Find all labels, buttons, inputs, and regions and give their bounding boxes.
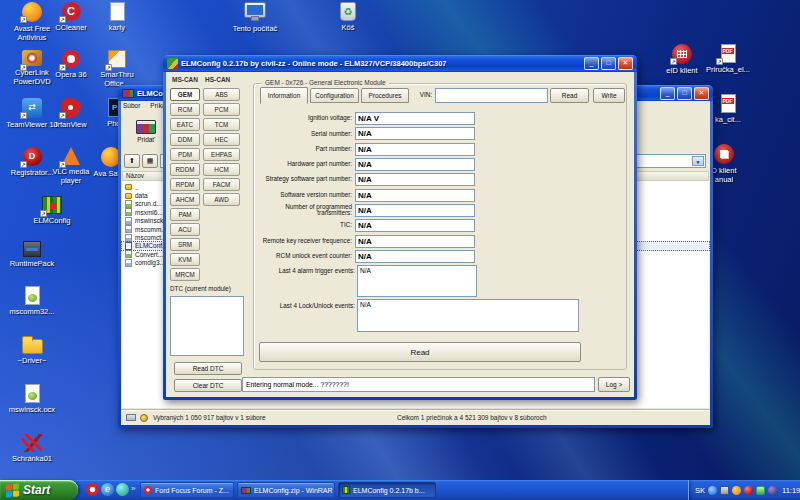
quicklaunch-opera-icon[interactable] bbox=[86, 483, 99, 496]
module-button[interactable]: RPDM bbox=[170, 178, 200, 191]
file-type-icon bbox=[125, 225, 132, 233]
desktop-icon-karty[interactable]: karty bbox=[91, 2, 143, 32]
ms-can-label: MS-CAN bbox=[172, 76, 198, 83]
write-button[interactable]: Write bbox=[593, 88, 625, 103]
module-button[interactable]: DDM bbox=[170, 133, 200, 146]
field-value[interactable]: N/A bbox=[355, 250, 475, 263]
shortcut-arrow-icon bbox=[20, 16, 27, 23]
clear-dtc-button[interactable]: Clear DTC bbox=[174, 379, 242, 392]
module-button[interactable]: PDM bbox=[170, 148, 200, 161]
module-button[interactable]: EATC bbox=[170, 118, 200, 131]
task-ford-focus-forum[interactable]: Ford Focus Forum - Z... bbox=[140, 482, 234, 498]
desktop-icon-my-computer[interactable]: Tento počítač bbox=[229, 2, 281, 33]
module-button[interactable]: TCM bbox=[203, 118, 240, 131]
lock-events-box[interactable]: N/A bbox=[357, 299, 579, 332]
module-button[interactable]: AHCM bbox=[170, 193, 200, 206]
chevron-down-icon[interactable]: ▼ bbox=[692, 156, 704, 166]
desktop-icon-eid-klient[interactable]: eID klient bbox=[656, 44, 708, 75]
teamviewer-tray-icon[interactable] bbox=[708, 486, 717, 495]
field-value[interactable]: N/A V bbox=[355, 112, 475, 125]
view-toggle-button[interactable]: ▦ bbox=[142, 154, 158, 168]
desktop: Avast Free Antivirus CCleaner karty Tent… bbox=[0, 0, 800, 500]
module-button[interactable]: MRCM bbox=[170, 268, 200, 281]
field-value[interactable]: N/A bbox=[355, 158, 475, 171]
winrar-icon bbox=[241, 487, 251, 494]
field-value[interactable]: N/A bbox=[355, 143, 475, 156]
module-button[interactable]: ACU bbox=[170, 223, 200, 236]
module-button[interactable]: SRM bbox=[170, 238, 200, 251]
shortcut-arrow-icon bbox=[105, 64, 112, 71]
module-button[interactable]: HCM bbox=[203, 163, 240, 176]
desktop-icon-elmconfig[interactable]: ELMConfig bbox=[26, 196, 78, 225]
desktop-icon-prirucka-el[interactable]: Priručka_el... bbox=[702, 44, 754, 74]
log-status-field[interactable]: Entering normal mode... ???????! bbox=[242, 377, 595, 392]
menu-item-subor[interactable]: Súbor bbox=[123, 102, 140, 109]
close-icon[interactable]: ✕ bbox=[618, 57, 633, 70]
close-icon[interactable]: ✕ bbox=[694, 87, 709, 100]
shortcut-arrow-icon bbox=[20, 64, 27, 71]
desktop-icon-ccleaner[interactable]: CCleaner bbox=[45, 2, 97, 32]
module-button[interactable]: EHPAS bbox=[203, 148, 240, 161]
volume-tray-icon[interactable] bbox=[768, 486, 777, 495]
field-value[interactable]: N/A bbox=[355, 219, 475, 232]
desktop-icon-mswinsck[interactable]: mswinsck.ocx bbox=[6, 384, 58, 414]
maximize-icon[interactable]: □ bbox=[601, 57, 616, 70]
start-button[interactable]: Start bbox=[0, 480, 78, 500]
read-button[interactable]: Read bbox=[550, 88, 589, 103]
alarm-events-box[interactable]: N/A bbox=[357, 265, 477, 297]
desktop-icon-driver-folder[interactable]: ~Driver~ bbox=[6, 335, 58, 365]
dtc-listbox[interactable] bbox=[170, 296, 244, 356]
avast-tray-icon[interactable] bbox=[732, 486, 741, 495]
module-button[interactable]: GEM bbox=[170, 88, 200, 101]
field-value[interactable]: N/A bbox=[355, 204, 475, 217]
battery-tray-icon[interactable] bbox=[756, 486, 765, 495]
up-directory-button[interactable]: ⬆ bbox=[124, 154, 140, 168]
network-tray-icon[interactable] bbox=[720, 486, 729, 495]
quicklaunch-app-icon[interactable] bbox=[116, 483, 129, 496]
maximize-icon[interactable]: □ bbox=[677, 87, 692, 100]
big-read-button[interactable]: Read bbox=[259, 342, 581, 362]
desktop-icon-label: karty bbox=[109, 23, 125, 32]
log-button[interactable]: Log > bbox=[598, 377, 630, 392]
desktop-icon-schranka[interactable]: Schránka01 bbox=[6, 434, 58, 463]
module-button[interactable]: AWD bbox=[203, 193, 240, 206]
task-elmconfig[interactable]: ELMConfig 0.2.17b b... bbox=[338, 482, 436, 498]
module-button[interactable]: RDDM bbox=[170, 163, 200, 176]
language-indicator[interactable]: SK bbox=[695, 486, 705, 495]
red-tray-icon[interactable] bbox=[744, 486, 753, 495]
desktop-icon-irfanview[interactable]: IrfanView bbox=[45, 98, 97, 129]
module-button[interactable]: ABS bbox=[203, 88, 240, 101]
task-winrar[interactable]: ELMConfig.zip - WinRAR bbox=[237, 482, 335, 498]
tab-information[interactable]: Information bbox=[260, 87, 308, 104]
minimize-icon[interactable]: _ bbox=[660, 87, 675, 100]
field-value[interactable]: N/A bbox=[355, 127, 475, 140]
module-button[interactable]: FACM bbox=[203, 178, 240, 191]
field-value[interactable]: N/A bbox=[355, 189, 475, 202]
minimize-icon[interactable]: _ bbox=[584, 57, 599, 70]
module-button[interactable]: HEC bbox=[203, 133, 240, 146]
module-button[interactable]: RCM bbox=[170, 103, 200, 116]
module-button[interactable]: KVM bbox=[170, 253, 200, 266]
quicklaunch-overflow-chevron[interactable]: » bbox=[131, 484, 135, 493]
shortcut-arrow-icon bbox=[59, 112, 66, 119]
desktop-icon-mscomm32[interactable]: mscomm32... bbox=[6, 286, 58, 316]
desktop-icon-recycle-bin[interactable]: Kôš bbox=[322, 2, 374, 32]
vin-input[interactable] bbox=[435, 88, 548, 103]
tab-configuration[interactable]: Configuration bbox=[310, 88, 359, 103]
field-value[interactable]: N/A bbox=[355, 235, 475, 248]
read-dtc-button[interactable]: Read DTC bbox=[174, 362, 242, 375]
module-button[interactable]: PAM bbox=[170, 208, 200, 221]
desktop-icon-vlc[interactable]: VLC media player bbox=[45, 147, 97, 185]
quicklaunch-browser-icon[interactable] bbox=[101, 483, 114, 496]
field-value[interactable]: N/A bbox=[355, 173, 475, 186]
desktop-icon-runtimepack[interactable]: RuntimePack bbox=[6, 241, 58, 268]
module-button[interactable]: PCM bbox=[203, 103, 240, 116]
desktop-icon-opera[interactable]: Opera 36 bbox=[45, 50, 97, 79]
desktop-icon-label: RuntimePack bbox=[10, 259, 55, 268]
taskbar-clock[interactable]: 11:19 bbox=[782, 486, 800, 495]
desktop-icon-smarthru[interactable]: SmarThru Office... bbox=[91, 50, 143, 88]
elmconfig-titlebar[interactable]: ELMConfig 0.2.17b by civil-zz - Online m… bbox=[163, 55, 637, 72]
tab-procedures[interactable]: Procedures bbox=[361, 88, 409, 103]
disk-icon bbox=[126, 414, 136, 421]
desktop-icon-label: Kôš bbox=[342, 23, 355, 32]
